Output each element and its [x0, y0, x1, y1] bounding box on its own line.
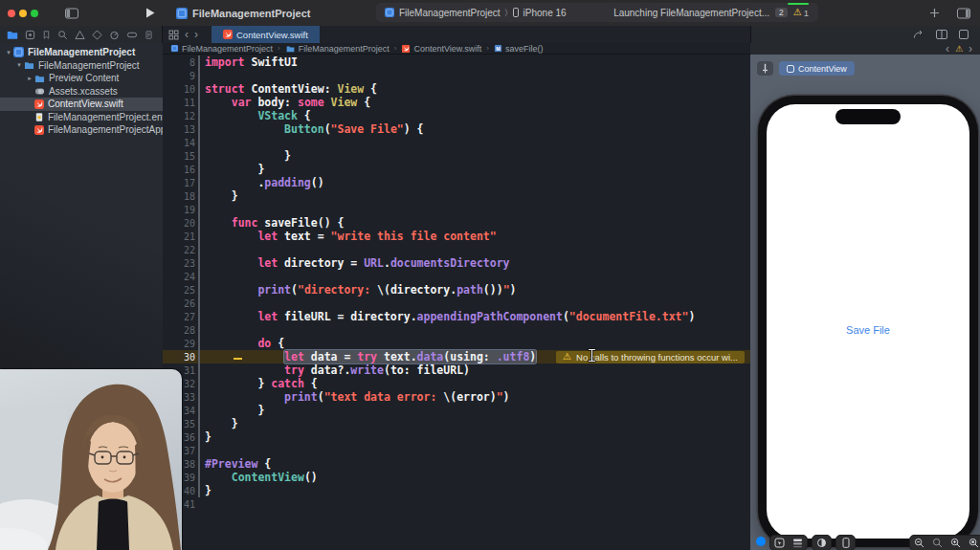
code-text[interactable]: } [205, 189, 238, 203]
tab-contentview[interactable]: ContentView.swift [212, 26, 320, 43]
code-line[interactable]: 19 [163, 203, 750, 216]
breakpoints-icon[interactable] [126, 30, 138, 40]
pin-preview-button[interactable] [757, 61, 773, 76]
device-settings-button[interactable] [836, 538, 855, 548]
code-text[interactable]: struct ContentView: View { [205, 82, 377, 96]
selectable-mode-button[interactable] [770, 538, 789, 548]
line-number[interactable]: 25 [163, 285, 195, 296]
code-text[interactable]: } [205, 163, 264, 176]
file-tree-item[interactable]: FileManagementProjectApp... [0, 123, 163, 137]
code-text[interactable]: } [205, 417, 238, 430]
project-navigator-icon[interactable] [7, 30, 18, 40]
code-line[interactable]: 27 let fileURL = directory.appendingPath… [163, 310, 750, 323]
code-text[interactable]: } [205, 484, 212, 497]
minimize-button[interactable] [19, 10, 27, 17]
breadcrumb-item[interactable]: ContentView.swift [401, 44, 481, 54]
forward-button[interactable]: › [194, 29, 198, 40]
code-text[interactable]: try data?.write(to: fileURL) [205, 363, 470, 377]
code-line[interactable]: 34 } [163, 404, 750, 417]
inspector-toggle-icon[interactable] [957, 8, 970, 19]
code-line[interactable]: 16 } [163, 163, 750, 176]
search-icon[interactable] [57, 30, 68, 40]
canvas-warning-icon[interactable]: ⚠ [955, 45, 963, 54]
code-line[interactable]: 31 try data?.write(to: fileURL) [163, 363, 750, 377]
inline-warning[interactable]: ⚠No calls to throwing functions occur wi… [556, 351, 745, 363]
activity-status[interactable]: Launching FileManagementProject... 2 ⚠ 1 [613, 8, 809, 18]
line-number[interactable]: 13 [163, 124, 195, 135]
line-number[interactable]: 8 [163, 57, 195, 68]
save-file-button[interactable]: Save File [846, 324, 890, 336]
code-line[interactable]: 17 .padding() [163, 176, 750, 189]
code-line[interactable]: 36} [163, 430, 750, 444]
code-text[interactable]: } catch { [205, 377, 318, 390]
sidebar-toggle-icon[interactable] [65, 8, 78, 19]
code-text[interactable]: #Preview { [205, 457, 271, 471]
tests-icon[interactable] [92, 30, 102, 40]
code-review-icon[interactable] [913, 30, 924, 39]
previous-issue-button[interactable]: ‹ [946, 43, 949, 55]
live-preview-indicator[interactable] [756, 537, 766, 546]
breadcrumb-item[interactable]: FileManagementProject [170, 44, 273, 54]
line-number[interactable]: 29 [163, 339, 195, 349]
code-line[interactable]: 11 var body: some View { [163, 96, 750, 109]
line-number[interactable]: 17 [163, 178, 195, 188]
line-number[interactable]: 16 [163, 165, 195, 175]
line-number[interactable]: 22 [163, 245, 195, 255]
code-line[interactable]: 38#Preview { [163, 457, 750, 471]
code-text[interactable]: print("text data error: \(error)") [205, 390, 510, 404]
line-number[interactable]: 30 [163, 352, 195, 363]
line-number[interactable]: 19 [163, 205, 195, 215]
code-line[interactable]: 15 } [163, 149, 750, 163]
code-text[interactable]: VStack { [205, 109, 311, 122]
code-text[interactable]: func saveFile() { [205, 216, 344, 230]
code-line[interactable]: 8import SwiftUI [163, 55, 750, 69]
line-number[interactable]: 23 [163, 258, 195, 269]
code-text[interactable]: } [205, 404, 264, 417]
disclosure-triangle[interactable]: ▾ [5, 49, 12, 56]
line-number[interactable]: 12 [163, 111, 195, 121]
file-tree-item[interactable]: ▾FileManagementProject [0, 59, 163, 73]
line-number[interactable]: 20 [163, 218, 195, 229]
line-number[interactable]: 14 [163, 138, 195, 148]
code-line[interactable]: 30 let data = try text.data(using: .utf8… [163, 350, 750, 363]
source-control-icon[interactable] [25, 30, 35, 40]
code-text[interactable]: } [205, 430, 212, 444]
code-text[interactable]: let data = try text.data(using: .utf8) [205, 350, 536, 363]
run-button[interactable] [145, 8, 155, 18]
code-line[interactable]: 9 [163, 69, 750, 82]
line-number[interactable]: 18 [163, 191, 195, 202]
back-button[interactable]: ‹ [185, 29, 189, 40]
debug-icon[interactable] [109, 30, 120, 40]
code-line[interactable]: 21 let text = "write this file content" [163, 230, 750, 243]
code-text[interactable]: print("directory: \(directory.path())") [205, 283, 517, 297]
code-line[interactable]: 18 } [163, 189, 750, 203]
line-number[interactable]: 26 [163, 298, 195, 309]
code-line[interactable]: 37 [163, 444, 750, 457]
code-text[interactable]: do { [205, 337, 284, 350]
code-line[interactable]: 25 print("directory: \(directory.path())… [163, 283, 750, 297]
issue-count[interactable]: ⚠ 1 [793, 8, 809, 18]
code-line[interactable]: 29 do { [163, 337, 750, 350]
code-text[interactable]: } [205, 149, 291, 163]
line-number[interactable]: 27 [163, 312, 195, 322]
line-number[interactable]: 11 [163, 98, 195, 108]
code-line[interactable]: 10struct ContentView: View { [163, 82, 750, 96]
code-line[interactable]: 23 let directory = URL.documentsDirector… [163, 256, 750, 270]
close-button[interactable] [8, 10, 15, 17]
zoom-in-button[interactable] [947, 538, 965, 548]
line-number[interactable]: 28 [163, 325, 195, 336]
code-text[interactable]: let directory = URL.documentsDirectory [205, 256, 510, 270]
line-number[interactable]: 21 [163, 231, 195, 242]
line-number[interactable]: 9 [163, 71, 195, 81]
code-text[interactable]: .padding() [205, 176, 324, 189]
code-line[interactable]: 20 func saveFile() { [163, 216, 750, 230]
disclosure-triangle[interactable]: ▸ [26, 75, 33, 82]
code-text[interactable]: Button("Save File") { [205, 122, 424, 136]
zoom-button[interactable] [31, 10, 38, 17]
code-line[interactable]: 13 Button("Save File") { [163, 122, 750, 136]
variants-button[interactable] [789, 538, 807, 548]
jump-bar[interactable]: FileManagementProject›FileManagementProj… [163, 43, 750, 55]
scheme-selector[interactable]: FileManagementProject 〉 iPhone 16 [385, 8, 567, 18]
preview-name-badge[interactable]: ContentView [779, 61, 855, 76]
code-editor[interactable]: 8import SwiftUI910struct ContentView: Vi… [163, 55, 750, 550]
